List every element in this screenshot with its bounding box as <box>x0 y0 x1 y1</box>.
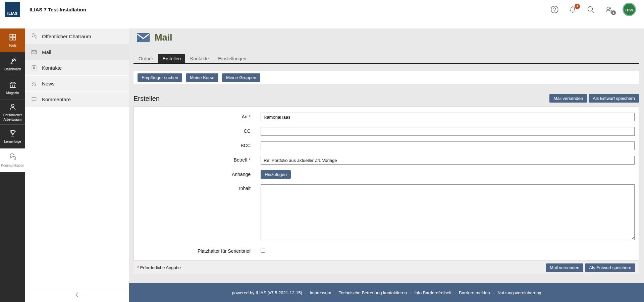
an-input[interactable] <box>261 113 635 121</box>
comment-icon <box>31 96 38 103</box>
field-label-text: Inhalt <box>239 186 251 191</box>
recipient-toolbar: Empfänger suchenMeine KurseMeine Gruppen <box>133 71 639 84</box>
field-label-an: An * <box>134 113 261 119</box>
ilias-logo[interactable]: ILIAS <box>5 2 20 17</box>
form-row-anhaenge: AnhängeHinzufügen <box>134 170 635 179</box>
slate-item-label: Öffentlicher Chatraum <box>42 34 91 39</box>
mail-envelope-icon <box>137 33 150 42</box>
footer-separator: · <box>305 290 307 295</box>
form-footer: * Erforderliche Angabe Mail versendenAls… <box>133 261 639 274</box>
chat-icon <box>31 33 38 40</box>
footer-link-info-barrierefreiheit[interactable]: Info Barrierefreiheit <box>414 290 451 295</box>
mail-compose-form: An *CCBCCBetreff *AnhängeHinzufügenInhal… <box>133 106 639 260</box>
field-control-serienbrief <box>261 247 635 254</box>
bcc-input[interactable] <box>261 141 635 150</box>
contact-card-icon <box>31 64 38 71</box>
main-nav-rail: ToolsDashboardMagazinPersönlicher Arbeit… <box>0 28 25 302</box>
form-row-an: An * <box>134 113 635 121</box>
serienbrief-checkbox[interactable] <box>261 248 265 253</box>
trophy-icon <box>8 129 17 138</box>
field-label-cc: CC <box>134 127 261 134</box>
als-entwurf-speichern-button[interactable]: Als Entwurf speichern <box>589 94 639 103</box>
tab-erstellen[interactable]: Erstellen <box>158 54 185 63</box>
main-area: Mail OrdnerErstellenKontakteEinstellunge… <box>129 28 644 302</box>
header-gap <box>0 19 644 28</box>
footer-link-technische-betreuung-kontaktieren[interactable]: Technische Betreuung kontaktieren <box>339 290 407 295</box>
rail-item-label: Magazin <box>6 91 19 96</box>
collapse-slate-button[interactable] <box>72 290 82 300</box>
contacts-badge: 5 <box>611 10 616 15</box>
footer-link-impressum[interactable]: Impressum <box>310 290 331 295</box>
user-avatar[interactable]: mw <box>623 3 636 16</box>
form-row-bcc: BCC <box>134 141 635 150</box>
mail-versenden-button[interactable]: Mail versenden <box>546 263 583 272</box>
als-entwurf-speichern-button[interactable]: Als Entwurf speichern <box>585 263 635 272</box>
installation-title: ILIAS 7 Test-Installation <box>30 7 86 12</box>
form-row-serienbrief: Platzhalter für Serienbrief <box>134 247 635 254</box>
rail-item-pers-nlicher-arbeitsraum[interactable]: Persönlicher Arbeitsraum <box>0 100 25 125</box>
notifications-bell-icon[interactable]: 1 <box>568 5 577 14</box>
rail-item-label: Tools <box>9 44 16 48</box>
tab-bar: OrdnerErstellenKontakteEinstellungen <box>133 54 639 64</box>
form-row-cc: CC <box>134 127 635 136</box>
slate-item-news[interactable]: News <box>25 76 129 91</box>
rail-item-label: Persönlicher Arbeitsraum <box>1 113 24 122</box>
rail-item-lernerfolge[interactable]: Lernerfolge <box>0 125 25 148</box>
page-header: Mail <box>137 33 639 43</box>
chevron-left-icon <box>74 292 80 299</box>
footer-separator: · <box>493 290 494 295</box>
cc-input[interactable] <box>261 127 635 136</box>
field-label-betreff: Betreff * <box>134 156 261 163</box>
tab-ordner[interactable]: Ordner <box>134 54 158 63</box>
field-control-cc <box>261 127 635 136</box>
powered-by-text: powered by ILIAS (v7.5 2021-12-15) <box>232 290 302 295</box>
field-label-serienbrief: Platzhalter für Serienbrief <box>134 247 261 254</box>
hinzuf-gen-button[interactable]: Hinzufügen <box>261 170 291 179</box>
mail-versenden-button[interactable]: Mail versenden <box>549 94 587 103</box>
field-label-text: CC <box>244 128 251 134</box>
tab-einstellungen[interactable]: Einstellungen <box>214 54 251 63</box>
page-footer: powered by ILIAS (v7.5 2021-12-15) ·Impr… <box>129 283 644 302</box>
slate-item-kommentare[interactable]: Kommentare <box>25 92 129 107</box>
help-icon[interactable] <box>550 5 559 14</box>
rail-item-dashboard[interactable]: Dashboard <box>0 52 25 76</box>
footer-separator: · <box>454 290 456 295</box>
footer-link-nutzungsvereinbarung[interactable]: Nutzungsvereinbarung <box>497 290 541 295</box>
meine-gruppen-button[interactable]: Meine Gruppen <box>222 73 260 82</box>
slate-item-mail[interactable]: Mail <box>25 44 129 60</box>
field-label-text: Platzhalter für Serienbrief <box>198 248 251 254</box>
footer-separator: · <box>334 290 335 295</box>
slate-item-kontakte[interactable]: Kontakte <box>25 60 129 75</box>
rail-item-tools[interactable]: Tools <box>0 28 25 52</box>
meine-kurse-button[interactable]: Meine Kurse <box>186 73 218 82</box>
field-label-bcc: BCC <box>134 141 261 148</box>
slate-item-label: Kontakte <box>42 65 62 71</box>
search-icon[interactable] <box>586 5 595 14</box>
slate-item--ffentlicher-chatraum[interactable]: Öffentlicher Chatraum <box>25 28 129 44</box>
rss-icon <box>31 80 38 87</box>
person-icon <box>8 103 17 111</box>
form-actions-bottom: Mail versendenAls Entwurf speichern <box>546 263 635 272</box>
field-label-inhalt: Inhalt <box>134 184 261 191</box>
section-title: Erstellen <box>133 95 160 103</box>
footer-link-barriere-melden[interactable]: Barriere melden <box>459 290 490 295</box>
field-control-bcc <box>261 141 635 150</box>
field-label-anhaenge: Anhänge <box>134 170 261 177</box>
grid-icon <box>8 33 17 42</box>
contacts-users-icon[interactable]: 5 <box>604 5 613 14</box>
inhalt-textarea[interactable] <box>261 184 635 240</box>
rail-item-magazin[interactable]: Magazin <box>0 76 25 100</box>
page-title: Mail <box>155 33 172 43</box>
rail-item-kommunikation[interactable]: Kommunikation <box>0 148 25 172</box>
field-label-text: Betreff <box>234 157 248 163</box>
tab-kontakte[interactable]: Kontakte <box>186 54 213 63</box>
header-icon-group: 1 5 mw <box>550 3 636 16</box>
betreff-input[interactable] <box>261 156 635 165</box>
field-control-anhaenge: Hinzufügen <box>261 170 635 179</box>
bank-icon <box>8 80 17 89</box>
required-asterisk: * <box>249 157 251 163</box>
empf-nger-suchen-button[interactable]: Empfänger suchen <box>138 73 182 82</box>
field-control-betreff <box>261 156 635 165</box>
notification-badge: 1 <box>575 4 580 9</box>
form-section-head: Erstellen Mail versendenAls Entwurf spei… <box>133 94 639 103</box>
